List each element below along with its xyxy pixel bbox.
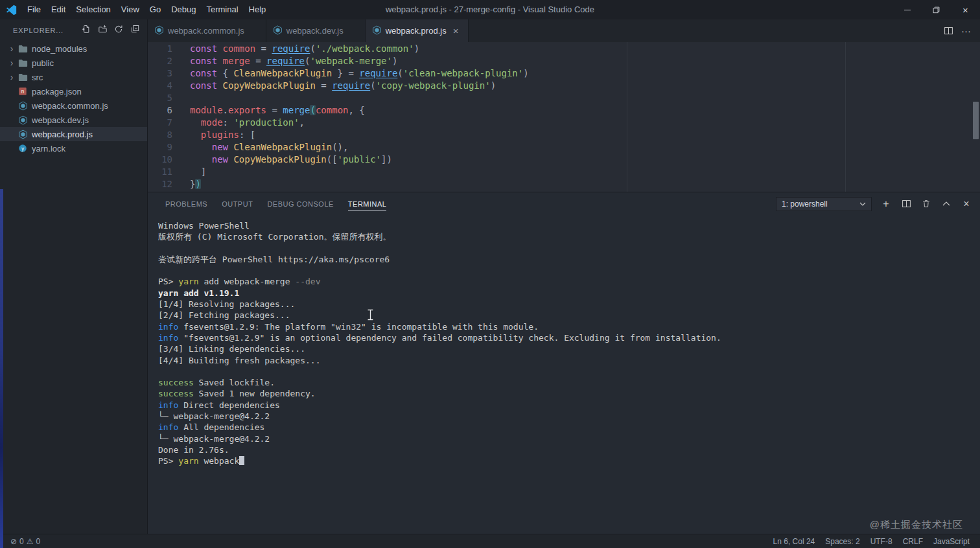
tree-item-label: package.json — [32, 87, 82, 97]
terminal-line — [158, 243, 971, 254]
panel-tab-problems[interactable]: PROBLEMS — [158, 192, 215, 215]
refresh-button[interactable] — [111, 23, 126, 38]
menu-debug[interactable]: Debug — [166, 0, 201, 19]
menu-view[interactable]: View — [116, 0, 145, 19]
folder-icon — [18, 72, 28, 82]
file-tree: ›node_modules›public›srcnpackage.jsonweb… — [0, 41, 147, 155]
tree-item-webpack.prod.js[interactable]: webpack.prod.js — [0, 127, 147, 141]
more-actions-button[interactable]: ··· — [961, 25, 971, 36]
tree-item-webpack.common.js[interactable]: webpack.common.js — [0, 98, 147, 113]
chevron-right-icon: › — [6, 58, 17, 68]
tree-item-label: src — [32, 73, 43, 82]
kill-terminal-button[interactable] — [920, 198, 932, 210]
menu-go[interactable]: Go — [145, 0, 166, 19]
code-text: const CopyWebpackPlugin = require('copy-… — [190, 80, 496, 92]
terminal[interactable]: Windows PowerShell版权所有 (C) Microsoft Cor… — [148, 215, 971, 534]
split-terminal-button[interactable] — [900, 198, 912, 210]
status-ln-6-col-24[interactable]: Ln 6, Col 24 — [773, 537, 815, 546]
menu-terminal[interactable]: Terminal — [201, 0, 243, 19]
terminal-line: info Direct dependencies — [158, 400, 971, 411]
new-folder-button[interactable] — [95, 23, 110, 38]
tree-item-label: yarn.lock — [32, 144, 65, 154]
tab-webpack.dev.js[interactable]: webpack.dev.js× — [266, 19, 366, 42]
tree-item-src[interactable]: ›src — [0, 70, 147, 84]
trash-icon — [922, 199, 931, 209]
tree-item-public[interactable]: ›public — [0, 56, 147, 70]
problems-indicator[interactable]: ⊘ 0 ⚠ 0 — [10, 537, 40, 546]
line-number: 1 — [148, 43, 172, 55]
window-controls: × — [892, 0, 980, 19]
split-editor-button[interactable] — [944, 26, 953, 36]
terminal-line: 版权所有 (C) Microsoft Corporation。保留所有权利。 — [158, 231, 971, 242]
code-text: module.exports = merge(common, { — [190, 104, 365, 117]
menu-help[interactable]: Help — [244, 0, 272, 19]
code-text: const merge = require('webpack-merge') — [190, 55, 397, 67]
status-crlf[interactable]: CRLF — [903, 537, 923, 546]
code-line: 3const { CleanWebpackPlugin } = require(… — [148, 67, 980, 80]
editor-tab-bar: webpack.common.js×webpack.dev.js×webpack… — [148, 19, 980, 42]
tree-item-label: public — [32, 58, 54, 68]
new-terminal-button[interactable]: + — [880, 198, 892, 210]
tab-webpack.prod.js[interactable]: webpack.prod.js× — [366, 19, 469, 42]
tree-item-package.json[interactable]: npackage.json — [0, 84, 147, 98]
panel-tab-terminal[interactable]: TERMINAL — [341, 192, 394, 215]
panel-tab-debug-console[interactable]: DEBUG CONSOLE — [260, 192, 340, 215]
tree-item-node_modules[interactable]: ›node_modules — [0, 41, 147, 56]
terminal-line: [4/4] Building fresh packages... — [158, 355, 971, 366]
close-icon[interactable]: × — [450, 25, 461, 36]
status-javascript[interactable]: JavaScript — [933, 537, 970, 546]
code-content: 1const common = require('./webpack.commo… — [148, 42, 980, 190]
split-editor-icon — [944, 26, 953, 36]
status-spaces-2[interactable]: Spaces: 2 — [825, 537, 859, 546]
code-text: }) — [190, 178, 201, 190]
svg-text:y: y — [21, 146, 25, 152]
code-text: ] — [190, 166, 206, 178]
terminal-line: Windows PowerShell — [158, 220, 971, 231]
tab-label: webpack.common.js — [168, 26, 244, 36]
tree-item-label: webpack.prod.js — [32, 130, 93, 139]
status-utf-8[interactable]: UTF-8 — [870, 537, 892, 546]
close-panel-button[interactable]: × — [961, 198, 972, 210]
vscode-window: FileEditSelectionViewGoDebugTerminalHelp… — [0, 0, 980, 548]
webpack-icon — [273, 25, 283, 37]
terminal-line: success Saved lockfile. — [158, 377, 971, 388]
menu-file[interactable]: File — [22, 0, 46, 19]
panel-actions: 1: powershell + × — [776, 197, 972, 211]
new-file-icon — [82, 25, 91, 36]
tree-item-webpack.dev.js[interactable]: webpack.dev.js — [0, 113, 147, 127]
panel-tab-output[interactable]: OUTPUT — [215, 192, 260, 215]
terminal-line: └─ webpack-merge@4.2.2 — [158, 433, 971, 444]
menu-edit[interactable]: Edit — [46, 0, 71, 19]
restore-button[interactable] — [922, 0, 951, 19]
webpack-icon — [18, 129, 28, 139]
code-text: plugins: [ — [190, 129, 255, 141]
status-bar: ⊘ 0 ⚠ 0 Ln 6, Col 24Spaces: 2UTF-8CRLFJa… — [0, 534, 980, 548]
menu-selection[interactable]: Selection — [71, 0, 115, 19]
terminal-shell-select[interactable]: 1: powershell — [776, 197, 872, 211]
tab-webpack.common.js[interactable]: webpack.common.js× — [148, 19, 266, 42]
terminal-line: info fsevents@1.2.9: The platform "win32… — [158, 321, 971, 332]
terminal-line: [2/4] Fetching packages... — [158, 310, 971, 321]
close-window-button[interactable]: × — [951, 0, 980, 19]
new-file-button[interactable] — [79, 23, 93, 38]
collapse-all-button[interactable] — [128, 23, 142, 38]
svg-text:n: n — [21, 88, 25, 95]
terminal-line: Done in 2.76s. — [158, 444, 971, 455]
code-line: 10 new CopyWebpackPlugin(['public']) — [148, 154, 980, 166]
minimize-button[interactable] — [892, 0, 922, 19]
chevron-right-icon: › — [6, 72, 17, 82]
code-line: 11 ] — [148, 166, 980, 178]
panel-header: PROBLEMSOUTPUTDEBUG CONSOLETERMINAL 1: p… — [148, 192, 980, 215]
editor-tabs: webpack.common.js×webpack.dev.js×webpack… — [148, 19, 469, 42]
editor-scrollbar[interactable] — [973, 102, 979, 139]
terminal-line: PS> yarn add webpack-merge --dev — [158, 276, 971, 287]
maximize-panel-button[interactable] — [940, 198, 952, 210]
warning-icon: ⚠ — [27, 537, 34, 546]
code-editor[interactable]: 1const common = require('./webpack.commo… — [148, 42, 980, 192]
code-text: new CopyWebpackPlugin(['public']) — [190, 154, 392, 166]
line-number: 10 — [148, 154, 172, 166]
vscode-logo-icon — [0, 5, 22, 16]
yarn-icon: y — [18, 143, 28, 154]
tree-item-yarn.lock[interactable]: yyarn.lock — [0, 141, 147, 155]
line-number: 9 — [148, 141, 172, 154]
